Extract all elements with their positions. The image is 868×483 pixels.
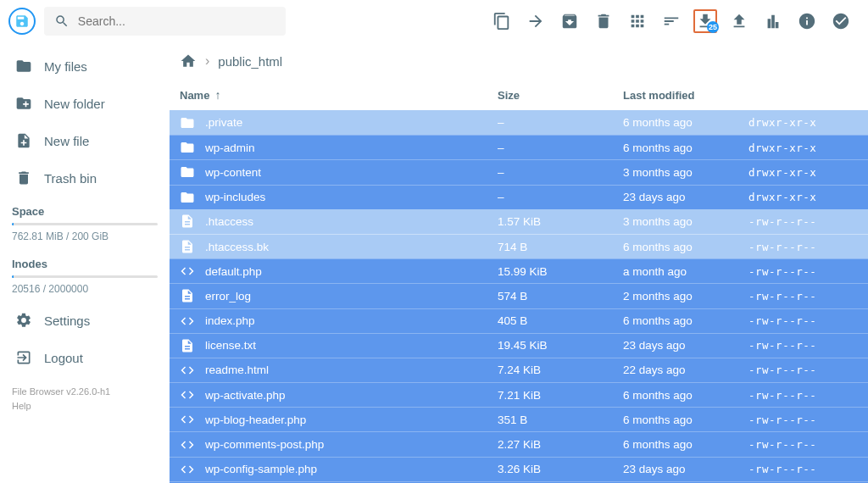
table-row[interactable]: license.txt 19.45 KiB 23 days ago -rw-r-… — [170, 333, 868, 358]
upload-button[interactable] — [727, 9, 751, 33]
file-name: .private — [205, 116, 242, 129]
col-name-header[interactable]: Name ↑ — [180, 88, 498, 102]
file-modified: 23 days ago — [623, 463, 748, 475]
upload-icon — [730, 12, 748, 31]
disk-icon — [14, 14, 30, 29]
table-row[interactable]: wp-admin – 6 months ago drwxr-xr-x — [170, 135, 868, 159]
table-row[interactable]: wp-config-sample.php 3.26 KiB 23 days ag… — [170, 457, 868, 481]
space-value: 762.81 MiB / 200 GiB — [12, 230, 158, 242]
table-row[interactable]: wp-comments-post.php 2.27 KiB 6 months a… — [170, 431, 868, 456]
table-row[interactable]: wp-activate.php 7.21 KiB 6 months ago -r… — [170, 382, 868, 407]
file-modified: 3 months ago — [623, 166, 748, 179]
file-name: index.php — [205, 314, 255, 327]
table-row[interactable]: default.php 15.99 KiB a month ago -rw-r-… — [170, 258, 868, 283]
table-row[interactable]: readme.html 7.24 KiB 22 days ago -rw-r--… — [170, 358, 868, 382]
arrow-right-icon — [526, 12, 545, 31]
download-button[interactable]: 25 — [693, 9, 717, 33]
view-grid-button[interactable] — [626, 9, 649, 33]
search-box[interactable] — [44, 7, 286, 36]
search-icon — [54, 13, 70, 30]
nav-label: Logout — [44, 351, 83, 365]
logout-icon — [15, 349, 32, 366]
file-modified: 6 months ago — [623, 414, 748, 426]
archive-button[interactable] — [558, 9, 581, 33]
file-name: error_log — [205, 290, 251, 303]
file-permissions: drwxr-xr-x — [748, 142, 858, 154]
file-permissions: drwxr-xr-x — [748, 116, 858, 129]
move-button[interactable] — [524, 9, 548, 33]
settings-icon — [15, 312, 32, 329]
file-name: license.txt — [205, 339, 256, 352]
file-size: 3.26 KiB — [498, 463, 623, 475]
nav-label: New file — [44, 134, 89, 148]
table-row[interactable]: wp-blog-header.php 351 B 6 months ago -r… — [170, 407, 868, 431]
nav-settings[interactable]: Settings — [0, 302, 170, 339]
doc-icon — [180, 338, 195, 353]
table-row[interactable]: wp-includes – 23 days ago drwxr-xr-x — [170, 185, 868, 209]
file-size: 19.45 KiB — [498, 339, 623, 352]
table-row[interactable]: wp-content – 3 months ago drwxr-xr-x — [170, 159, 868, 184]
col-size-header[interactable]: Size — [498, 89, 623, 102]
code-icon — [180, 462, 195, 477]
file-permissions: -rw-r--r-- — [748, 215, 858, 228]
file-permissions: -rw-r--r-- — [748, 339, 858, 352]
doc-icon — [180, 288, 195, 303]
file-name: wp-admin — [205, 142, 255, 154]
help-link[interactable]: Help — [12, 399, 158, 414]
file-modified: 6 months ago — [623, 438, 748, 451]
copy-button[interactable] — [490, 9, 514, 33]
stats-button[interactable] — [761, 9, 785, 33]
file-permissions: -rw-r--r-- — [748, 265, 858, 278]
trash-icon — [15, 169, 32, 186]
file-permissions: -rw-r--r-- — [748, 314, 858, 327]
folder-icon — [180, 115, 195, 130]
table-row[interactable]: .htaccess.bk 714 B 6 months ago -rw-r--r… — [170, 234, 868, 258]
nav-my-files[interactable]: My files — [0, 47, 170, 85]
trash-icon — [594, 12, 613, 31]
nav-new-folder[interactable]: New folder — [0, 85, 170, 122]
file-size: – — [498, 166, 623, 179]
nav-label: My files — [44, 59, 87, 74]
file-name: wp-comments-post.php — [205, 438, 324, 451]
table-row[interactable]: index.php 405 B 6 months ago -rw-r--r-- — [170, 308, 868, 333]
nav-new-file[interactable]: New file — [0, 122, 170, 159]
sort-asc-icon: ↑ — [214, 88, 220, 102]
file-name: wp-content — [205, 166, 261, 179]
app-logo[interactable] — [8, 8, 36, 35]
file-size: – — [498, 116, 623, 129]
file-size: 7.21 KiB — [498, 389, 623, 402]
table-row[interactable]: error_log 574 B 2 months ago -rw-r--r-- — [170, 283, 868, 308]
topbar: 25 — [0, 0, 868, 42]
file-size: 7.24 KiB — [498, 364, 623, 376]
nav-logout[interactable]: Logout — [0, 339, 170, 376]
sort-button[interactable] — [659, 9, 683, 33]
file-size: 1.57 KiB — [498, 215, 623, 228]
check-circle-icon — [832, 12, 850, 31]
main-pane: › public_html Name ↑ Size Last modified … — [170, 42, 868, 483]
code-icon — [180, 314, 195, 329]
toolbar: 25 — [490, 9, 853, 33]
col-modified-header[interactable]: Last modified — [623, 89, 748, 102]
delete-button[interactable] — [592, 9, 615, 33]
folder-icon — [180, 164, 195, 180]
nav-trash-bin[interactable]: Trash bin — [0, 159, 170, 197]
file-permissions: drwxr-xr-x — [748, 191, 858, 203]
info-button[interactable] — [795, 9, 819, 33]
file-modified: 2 months ago — [623, 290, 748, 303]
file-modified: a month ago — [623, 265, 748, 278]
file-size: 405 B — [498, 314, 623, 327]
download-badge: 25 — [707, 21, 719, 33]
table-header: Name ↑ Size Last modified — [170, 80, 868, 110]
search-input[interactable] — [78, 14, 275, 28]
table-row[interactable]: .htaccess 1.57 KiB 3 months ago -rw-r--r… — [170, 209, 868, 234]
chevron-right-icon: › — [205, 53, 209, 69]
breadcrumb-segment[interactable]: public_html — [218, 54, 282, 69]
file-modified: 6 months ago — [623, 389, 748, 402]
grid-icon — [628, 12, 647, 31]
home-icon[interactable] — [180, 53, 197, 69]
table-row[interactable]: .private – 6 months ago drwxr-xr-x — [170, 110, 868, 135]
file-name: .htaccess — [205, 215, 253, 228]
select-all-button[interactable] — [829, 9, 853, 33]
code-icon — [180, 363, 195, 378]
file-permissions: -rw-r--r-- — [748, 290, 858, 303]
